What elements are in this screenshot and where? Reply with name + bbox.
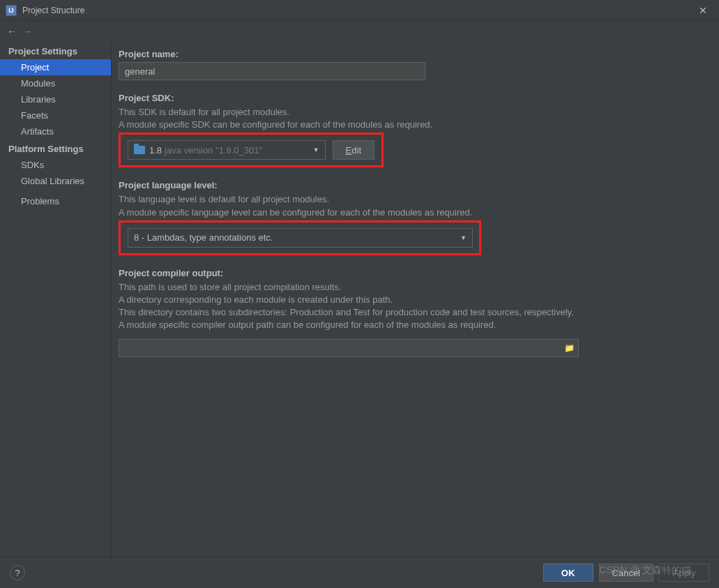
forward-arrow-icon: →: [22, 26, 32, 37]
sidebar: Project Settings Project Modules Librari…: [0, 42, 112, 557]
compiler-output-desc3: This directory contains two subdirectori…: [119, 306, 705, 319]
project-sdk-combo[interactable]: 1.8 java version "1.8.0_301" ▼: [128, 140, 326, 160]
language-level-combo[interactable]: 8 - Lambdas, type annotations etc. ▼: [128, 228, 473, 248]
sidebar-item-project[interactable]: Project: [0, 59, 111, 75]
close-icon[interactable]: ✕: [692, 0, 713, 21]
apply-button: Apply: [659, 564, 709, 582]
project-name-input[interactable]: [119, 62, 425, 80]
folder-icon: [134, 146, 145, 154]
chevron-down-icon: ▼: [313, 146, 319, 153]
app-icon: IJ: [6, 5, 17, 16]
chevron-down-icon: ▼: [460, 234, 467, 241]
language-level-highlight-box: 8 - Lambdas, type annotations etc. ▼: [119, 220, 481, 255]
sidebar-item-sdks[interactable]: SDKs: [0, 157, 111, 173]
language-level-label: Project language level:: [119, 180, 705, 190]
sidebar-item-modules[interactable]: Modules: [0, 75, 111, 91]
help-button[interactable]: ?: [10, 565, 25, 580]
sidebar-item-global-libraries[interactable]: Global Libraries: [0, 173, 111, 189]
project-sdk-desc1: This SDK is default for all project modu…: [119, 106, 705, 119]
project-name-section: Project name:: [119, 49, 705, 80]
sidebar-section-platform-settings: Platform Settings: [0, 140, 111, 157]
edit-sdk-button[interactable]: Edit: [333, 140, 374, 160]
project-sdk-section: Project SDK: This SDK is default for all…: [119, 93, 705, 167]
sdk-sub-text: java version "1.8.0_301": [165, 145, 262, 156]
project-name-label: Project name:: [119, 49, 705, 59]
project-sdk-label: Project SDK:: [119, 93, 705, 103]
footer: ? OK Cancel Apply: [0, 557, 719, 588]
project-sdk-desc2: A module specific SDK can be configured …: [119, 119, 705, 131]
titlebar: IJ Project Structure ✕: [0, 0, 719, 21]
compiler-output-desc2: A directory corresponding to each module…: [119, 294, 705, 306]
compiler-output-label: Project compiler output:: [119, 268, 705, 278]
content-panel: Project name: Project SDK: This SDK is d…: [112, 42, 719, 557]
compiler-output-desc1: This path is used to store all project c…: [119, 281, 705, 294]
sidebar-item-facets[interactable]: Facets: [0, 107, 111, 123]
language-level-desc1: This language level is default for all p…: [119, 193, 705, 206]
compiler-output-section: Project compiler output: This path is us…: [119, 268, 705, 357]
window-title: Project Structure: [22, 6, 692, 15]
language-level-text: 8 - Lambdas, type annotations etc.: [134, 232, 273, 243]
sidebar-section-project-settings: Project Settings: [0, 42, 111, 59]
sidebar-item-problems[interactable]: Problems: [0, 189, 111, 209]
cancel-button[interactable]: Cancel: [599, 564, 653, 582]
browse-folder-icon[interactable]: 📁: [564, 343, 575, 353]
ok-button[interactable]: OK: [543, 564, 593, 582]
back-arrow-icon[interactable]: ←: [7, 26, 17, 37]
sidebar-item-libraries[interactable]: Libraries: [0, 91, 111, 107]
language-level-desc2: A module specific language level can be …: [119, 206, 705, 219]
sidebar-item-artifacts[interactable]: Artifacts: [0, 123, 111, 140]
sdk-highlight-box: 1.8 java version "1.8.0_301" ▼ Edit: [119, 133, 384, 167]
compiler-output-input-wrap: 📁: [119, 339, 579, 357]
language-level-section: Project language level: This language le…: [119, 180, 705, 255]
sdk-main-text: 1.8: [149, 145, 162, 156]
compiler-output-desc4: A module specific compiler output path c…: [119, 319, 705, 331]
nav-toolbar: ← →: [0, 21, 719, 42]
compiler-output-input[interactable]: [119, 339, 579, 357]
